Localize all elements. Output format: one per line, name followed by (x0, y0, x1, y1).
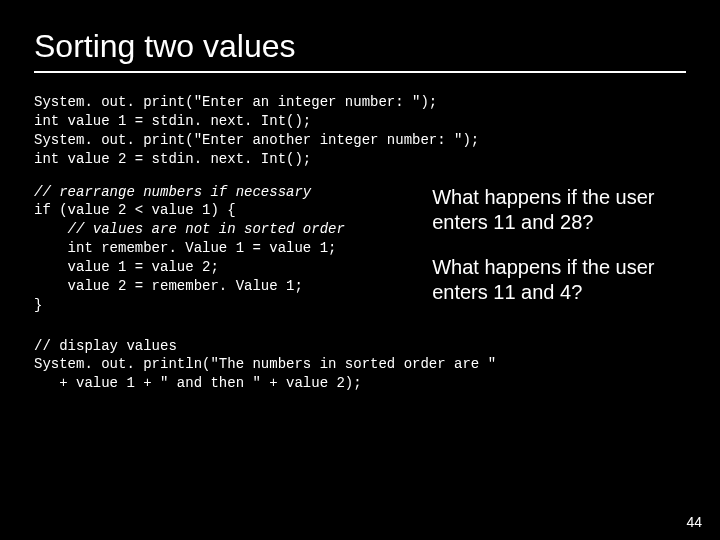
question-panel: What happens if the user enters 11 and 2… (432, 183, 686, 325)
slide: Sorting two values System. out. print("E… (0, 0, 720, 393)
code-line: } (34, 297, 42, 313)
page-number: 44 (686, 514, 702, 530)
code-line: int value 2 = stdin. next. Int(); (34, 151, 311, 167)
two-column: // rearrange numbers if necessary if (va… (34, 183, 686, 325)
code-block-sort: // rearrange numbers if necessary if (va… (34, 183, 412, 315)
code-line: value 1 = value 2; (34, 259, 219, 275)
code-line: System. out. println("The numbers in sor… (34, 356, 496, 372)
code-line: int remember. Value 1 = value 1; (34, 240, 336, 256)
code-comment: // display values (34, 338, 177, 354)
code-line: value 2 = remember. Value 1; (34, 278, 303, 294)
slide-title: Sorting two values (34, 28, 686, 73)
code-line: System. out. print("Enter another intege… (34, 132, 479, 148)
code-block-display: // display values System. out. println("… (34, 337, 686, 394)
question-1: What happens if the user enters 11 and 2… (432, 185, 686, 235)
code-line: + value 1 + " and then " + value 2); (34, 375, 362, 391)
code-comment: // rearrange numbers if necessary (34, 184, 311, 200)
code-comment: // values are not in sorted order (34, 221, 345, 237)
question-2: What happens if the user enters 11 and 4… (432, 255, 686, 305)
code-line: if (value 2 < value 1) { (34, 202, 236, 218)
code-block-input: System. out. print("Enter an integer num… (34, 93, 686, 169)
code-line: int value 1 = stdin. next. Int(); (34, 113, 311, 129)
code-line: System. out. print("Enter an integer num… (34, 94, 437, 110)
